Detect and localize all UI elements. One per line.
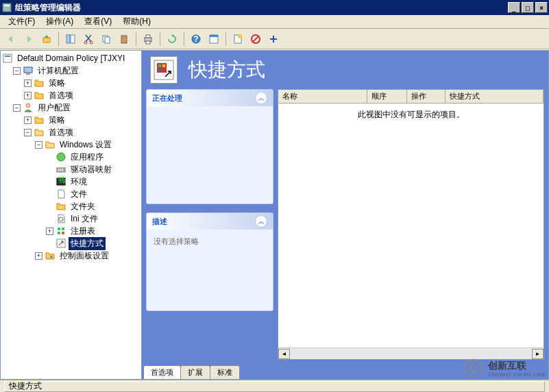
tree-prefs[interactable]: − 首选项 (2, 126, 140, 138)
paste-button[interactable] (116, 31, 132, 47)
tree-registry[interactable]: + 注册表 (2, 225, 140, 237)
help-button[interactable]: ? (188, 31, 204, 47)
scroll-right-button[interactable]: ► (532, 349, 544, 359)
svg-point-28 (26, 103, 30, 108)
collapse-icon[interactable]: − (35, 141, 42, 149)
collapse-button[interactable]: ︽ (255, 92, 267, 104)
menu-file[interactable]: 文件(F) (3, 14, 40, 29)
svg-rect-43 (158, 64, 161, 67)
collapse-icon[interactable]: − (13, 104, 21, 112)
content-body: 正在处理 ︽ 描述 ︽ 没有选择策略 名称 顺序 (142, 89, 548, 364)
new-button[interactable] (230, 31, 246, 47)
cut-button[interactable] (80, 31, 97, 47)
tree-policies[interactable]: + 策略 (2, 114, 140, 126)
menu-help[interactable]: 帮助(H) (117, 14, 156, 29)
svg-rect-37 (58, 232, 60, 234)
expand-icon[interactable]: + (35, 252, 42, 260)
tree-computer-config[interactable]: − 计算机配置 (2, 64, 140, 77)
tree-files[interactable]: 文件 (2, 188, 140, 200)
side-panels: 正在处理 ︽ 描述 ︽ 没有选择策略 (146, 89, 273, 360)
column-order[interactable]: 顺序 (367, 90, 407, 103)
folder-icon (34, 90, 45, 101)
drive-icon (56, 164, 66, 175)
menu-view[interactable]: 查看(V) (79, 14, 117, 29)
column-shortcut[interactable]: 快捷方式 (446, 90, 544, 103)
processing-panel: 正在处理 ︽ (146, 89, 273, 204)
tree-label: 文件 (69, 188, 89, 201)
print-button[interactable] (140, 31, 156, 47)
svg-rect-4 (71, 35, 75, 43)
svg-rect-45 (158, 69, 161, 71)
expand-icon[interactable]: + (46, 228, 53, 235)
content-header: 快捷方式 (142, 51, 548, 89)
horizontal-scrollbar[interactable]: ◄ ► (278, 347, 544, 359)
svg-point-29 (57, 153, 65, 161)
menu-action[interactable]: 操作(A) (40, 14, 79, 29)
window-title: 组策略管理编辑器 (15, 2, 507, 14)
svg-text:%: % (58, 176, 66, 185)
collapse-button[interactable]: ︽ (255, 215, 267, 228)
tree-prefs[interactable]: + 首选项 (2, 89, 140, 101)
tree-label: Windows 设置 (58, 138, 114, 151)
tree-windows-settings[interactable]: − Windows 设置 (2, 138, 140, 151)
column-action[interactable]: 操作 (407, 90, 446, 103)
user-icon (23, 102, 34, 113)
tree-label: 应用程序 (69, 151, 106, 164)
tree-policies[interactable]: + 策略 (2, 77, 140, 89)
shortcut-icon (56, 238, 66, 249)
show-hide-tree-button[interactable] (62, 31, 79, 47)
add-button[interactable] (265, 31, 282, 47)
content-panel: 快捷方式 正在处理 ︽ 描述 ︽ 没有选择策略 (142, 50, 549, 380)
folder-open-icon (45, 139, 56, 150)
tree-control-panel[interactable]: + 控制面板设置 (2, 249, 140, 262)
close-button[interactable]: × (535, 2, 548, 13)
menubar: 文件(F) 操作(A) 查看(V) 帮助(H) (0, 15, 549, 29)
panel-title: 正在处理 (152, 93, 182, 103)
tree-label: 控制面板设置 (58, 249, 111, 262)
column-name[interactable]: 名称 (278, 90, 367, 103)
scroll-left-button[interactable]: ◄ (278, 349, 290, 359)
expand-icon[interactable]: + (24, 92, 32, 99)
copy-button[interactable] (98, 31, 114, 47)
tab-standard[interactable]: 标准 (210, 365, 240, 379)
tab-extended[interactable]: 扩展 (180, 365, 210, 379)
content-heading: 快捷方式 (188, 57, 265, 83)
tree-root[interactable]: Default Domain Policy [TJXYI (2, 52, 140, 64)
collapse-icon[interactable]: − (13, 67, 21, 75)
toolbar-separator (184, 32, 184, 46)
properties-button[interactable] (206, 31, 222, 47)
stop-button[interactable] (247, 31, 264, 47)
empty-message: 此视图中没有可显示的项目。 (358, 109, 465, 347)
main-area: Default Domain Policy [TJXYI − 计算机配置 + 策… (0, 49, 549, 380)
tree-shortcuts[interactable]: 快捷方式 (2, 237, 140, 249)
toolbar: ? (0, 29, 549, 49)
tree-label: 注册表 (69, 225, 97, 238)
tree-label: 策略 (47, 114, 67, 127)
file-icon (56, 188, 66, 199)
tree-user-config[interactable]: − 用户配置 (2, 101, 140, 114)
collapse-icon[interactable]: − (24, 129, 32, 136)
folder-icon (56, 201, 66, 212)
svg-rect-26 (24, 67, 32, 73)
expand-icon[interactable]: + (24, 117, 32, 124)
tree-drive-maps[interactable]: 驱动器映射 (2, 163, 140, 175)
maximize-button[interactable]: □ (522, 2, 534, 13)
svg-line-21 (253, 36, 258, 42)
expand-icon[interactable]: + (24, 79, 32, 87)
svg-rect-35 (58, 228, 60, 230)
tab-prefs[interactable]: 首选项 (143, 365, 181, 379)
tree-folders[interactable]: 文件夹 (2, 200, 140, 212)
up-button[interactable] (38, 31, 55, 47)
tree-ini[interactable]: Ini 文件 (2, 212, 140, 225)
desc-panel: 描述 ︽ 没有选择策略 (146, 212, 273, 311)
tree-env[interactable]: % 环境 (2, 175, 140, 188)
tree-label: 快捷方式 (69, 237, 106, 250)
tree-label: 环境 (69, 175, 89, 188)
tree-apps[interactable]: 应用程序 (2, 151, 140, 163)
refresh-button[interactable] (164, 31, 180, 47)
svg-rect-44 (162, 64, 165, 67)
tree-label: 驱动器映射 (69, 163, 114, 176)
minimize-button[interactable]: _ (508, 2, 520, 13)
svg-rect-27 (26, 73, 30, 75)
svg-rect-36 (62, 228, 64, 230)
